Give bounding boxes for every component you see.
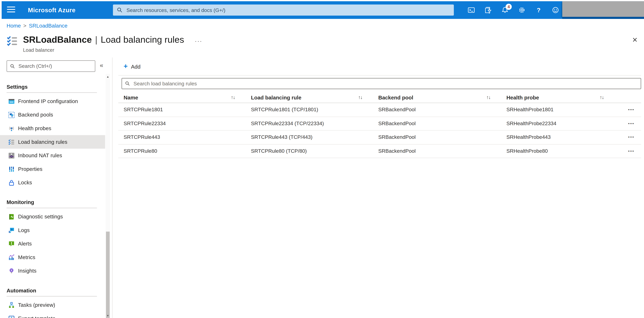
sidebar-item-metrics[interactable]: Metrics	[0, 250, 105, 264]
global-search-box[interactable]	[113, 4, 454, 16]
sidebar-item-properties[interactable]: Properties	[0, 162, 105, 176]
table-row[interactable]: SRTCPRule22334 SRTCPRule22334 (TCP/22334…	[118, 117, 641, 130]
sidebar-search-input[interactable]	[18, 63, 95, 69]
section-automation-label: Automation	[6, 288, 105, 294]
sidebar-item-label: Alerts	[18, 241, 32, 247]
cell-health-probe: SRHealthProbe80	[501, 148, 614, 154]
backend-pools-icon	[8, 112, 15, 118]
breadcrumb-home-link[interactable]: Home	[6, 22, 21, 29]
account-area-redaction	[562, 1, 644, 17]
sidebar-item-label: Inbound NAT rules	[18, 152, 62, 158]
sort-rule-icon[interactable]: ↑↓	[358, 94, 362, 100]
cell-rule: SRTCPRule22334 (TCP/22334)	[246, 121, 373, 126]
scroll-down-icon[interactable]: ▼	[106, 314, 110, 317]
resource-name: SRLoadBalance	[23, 34, 92, 45]
export-template-icon	[8, 315, 15, 318]
global-search-input[interactable]	[126, 7, 454, 13]
alerts-icon	[8, 240, 15, 247]
table-row[interactable]: SRTCPRule443 SRTCPRule443 (TCP/443) SRBa…	[118, 130, 641, 144]
notification-count-badge: 4	[506, 4, 512, 10]
cell-health-probe: SRHealthProbe1801	[501, 107, 614, 112]
sidebar-item-diagnostic-settings[interactable]: Diagnostic settings	[0, 210, 105, 224]
logs-icon	[8, 227, 15, 234]
settings-gear-icon[interactable]	[518, 6, 525, 14]
title-separator: |	[95, 34, 98, 45]
sidebar-item-label: Tasks (preview)	[18, 302, 55, 308]
sidebar-item-insights[interactable]: Insights	[0, 264, 105, 278]
table-row[interactable]: SRTCPRule80 SRTCPRule80 (TCP/80) SRBacke…	[118, 144, 641, 158]
help-icon[interactable]: ?	[535, 6, 542, 14]
hamburger-menu-icon[interactable]	[7, 6, 15, 14]
brand-title[interactable]: Microsoft Azure	[28, 1, 76, 19]
cell-name: SRTCPRule22334	[118, 121, 246, 126]
metrics-icon	[8, 254, 15, 260]
blade-title-row: SRLoadBalance|Load balancing rules ···	[6, 34, 202, 47]
sidebar-scrollbar[interactable]: ▲ ▼	[106, 74, 110, 318]
tasks-icon	[8, 302, 15, 308]
top-bar: Microsoft Azure	[2, 1, 644, 19]
directory-filter-icon[interactable]	[484, 6, 492, 14]
notifications-bell-icon[interactable]: 4	[502, 6, 508, 14]
sidebar-item-label: Metrics	[18, 254, 35, 260]
sidebar-item-locks[interactable]: Locks	[0, 176, 105, 189]
sort-name-icon[interactable]: ↑↓	[231, 94, 235, 100]
cell-name: SRTCPRule443	[118, 134, 246, 140]
load-balancing-rules-icon	[8, 139, 15, 145]
section-divider	[6, 296, 97, 296]
sidebar-item-tasks-preview[interactable]: Tasks (preview)	[0, 298, 105, 312]
row-context-menu-icon[interactable]: •••	[628, 108, 641, 112]
feedback-smiley-icon[interactable]	[552, 6, 559, 14]
cell-name: SRTCPRule80	[118, 148, 246, 154]
sidebar-item-label: Load balancing rules	[18, 139, 67, 145]
properties-icon	[8, 166, 15, 172]
row-context-menu-icon[interactable]: •••	[628, 149, 641, 153]
sidebar-item-alerts[interactable]: Alerts	[0, 237, 105, 250]
toolbar-divider	[118, 75, 641, 76]
scroll-up-icon[interactable]: ▲	[106, 75, 110, 78]
cell-rule: SRTCPRule1801 (TCP/1801)	[246, 107, 373, 112]
load-balancer-icon	[6, 35, 18, 47]
cloud-shell-icon[interactable]	[468, 6, 475, 14]
cell-backend-pool: SRBackendPool	[373, 107, 501, 112]
cell-health-probe: SRHealthProbe443	[501, 134, 614, 140]
account-area-redaction-shadow	[562, 17, 644, 19]
topbar-icon-group: 4 ?	[468, 1, 559, 19]
diagnostic-settings-icon	[8, 213, 15, 220]
column-backend-pool: Backend pool	[373, 94, 413, 100]
row-context-menu-icon[interactable]: •••	[628, 135, 641, 139]
cell-rule: SRTCPRule443 (TCP/443)	[246, 134, 373, 140]
load-balancing-rules-table: Name↑↓ Load balancing rule↑↓ Backend poo…	[118, 92, 641, 158]
row-context-menu-icon[interactable]: •••	[628, 122, 641, 126]
sidebar-item-inbound-nat-rules[interactable]: Inbound NAT rules	[0, 149, 105, 162]
lock-icon	[8, 179, 15, 186]
sidebar-search-box[interactable]	[6, 60, 95, 72]
sidebar-item-label: Backend pools	[18, 112, 53, 118]
sidebar-collapse-button[interactable]: «	[100, 62, 103, 68]
title-overflow-menu[interactable]: ···	[195, 38, 202, 44]
table-row[interactable]: SRTCPRule1801 SRTCPRule1801 (TCP/1801) S…	[118, 103, 641, 117]
rules-search-input[interactable]	[132, 80, 641, 87]
breadcrumb-current-link[interactable]: SRLoadBalance	[29, 22, 68, 29]
inbound-nat-rules-icon	[8, 152, 15, 158]
sidebar-item-backend-pools[interactable]: Backend pools	[0, 108, 105, 122]
azure-portal-window: Microsoft Azure	[0, 0, 644, 318]
sidebar-item-label: Frontend IP configuration	[18, 98, 78, 104]
blade-close-icon[interactable]: ×	[632, 35, 637, 44]
section-settings-label: Settings	[6, 84, 105, 90]
sort-health-probe-icon[interactable]: ↑↓	[600, 94, 604, 100]
cell-name: SRTCPRule1801	[118, 107, 246, 112]
cell-health-probe: SRHealthProbe22334	[501, 121, 614, 126]
sidebar-item-load-balancing-rules[interactable]: Load balancing rules	[0, 135, 105, 149]
sidebar-item-export-template[interactable]: Export template	[0, 312, 105, 318]
sort-backend-pool-icon[interactable]: ↑↓	[486, 94, 490, 100]
add-button[interactable]: + Add	[124, 62, 140, 72]
sidebar-item-frontend-ip-configuration[interactable]: Frontend IP configuration	[0, 94, 105, 108]
section-monitoring-label: Monitoring	[6, 199, 105, 206]
blade-name: Load balancing rules	[101, 34, 184, 45]
resource-type-subtitle: Load balancer	[23, 47, 54, 53]
sidebar-item-health-probes[interactable]: Health probes	[0, 122, 105, 135]
sidebar-item-label: Properties	[18, 166, 42, 172]
scrollbar-thumb[interactable]	[106, 232, 110, 318]
rules-search-box[interactable]	[122, 78, 641, 89]
sidebar-item-logs[interactable]: Logs	[0, 224, 105, 237]
